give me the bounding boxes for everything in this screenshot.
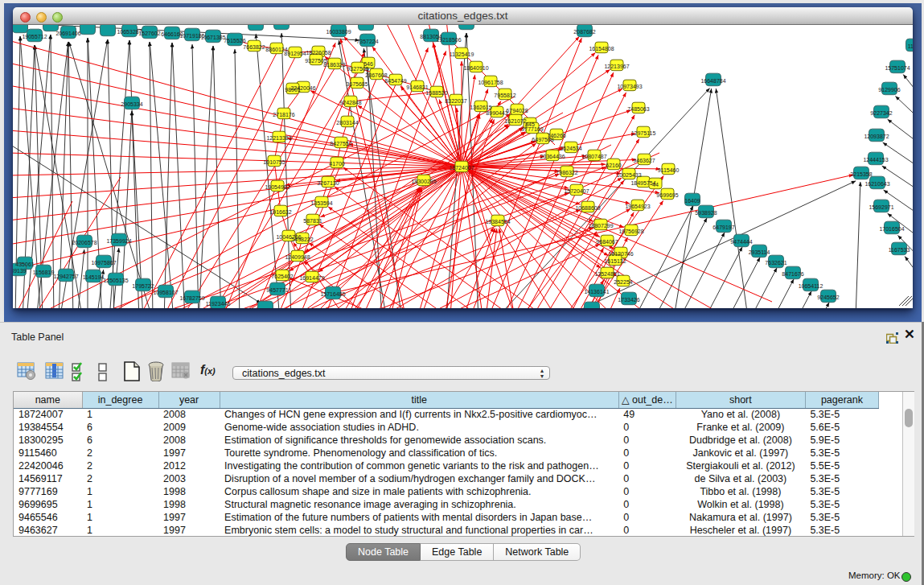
svg-text:5498222: 5498222 [291,237,313,242]
svg-text:15720407: 15720407 [564,188,589,194]
svg-text:12213383: 12213383 [266,135,291,141]
svg-text:435061: 435061 [15,262,34,267]
svg-text:17359924: 17359924 [106,238,131,244]
svg-text:1112: 1112 [908,43,913,49]
svg-text:252254: 252254 [614,279,632,285]
svg-text:10807487: 10807487 [581,154,606,159]
svg-text:12942757: 12942757 [53,274,78,279]
svg-text:1167533: 1167533 [889,247,910,253]
svg-text:10025433: 10025433 [616,172,641,178]
svg-text:16210643: 16210643 [864,181,889,187]
svg-text:11325419: 11325419 [450,51,474,57]
svg-text:15692971: 15692971 [869,204,893,210]
svg-text:9245652: 9245652 [817,295,839,300]
svg-text:9242848: 9242848 [339,100,361,105]
svg-text:16914479: 16914479 [299,275,324,281]
svg-text:12444153: 12444153 [863,157,888,163]
svg-text:12975115: 12975115 [631,130,656,136]
svg-text:9146821: 9146821 [406,84,428,90]
svg-text:44: 44 [652,182,659,187]
svg-text:10688609: 10688609 [575,205,600,211]
svg-text:9115460: 9115460 [658,167,680,173]
svg-text:39139: 39139 [13,268,27,274]
svg-text:8471676: 8471676 [782,271,803,277]
svg-text:15716485: 15716485 [320,291,345,297]
svg-text:16648784: 16648784 [700,78,725,84]
svg-text:12093872: 12093872 [864,134,889,139]
svg-text:9474444: 9474444 [730,239,752,245]
svg-text:1621072: 1621072 [504,118,526,124]
svg-text:19654923: 19654923 [625,204,650,209]
svg-text:17016504: 17016504 [879,226,904,232]
svg-text:7955812: 7955812 [494,93,515,98]
svg-text:12213967: 12213967 [604,64,629,69]
svg-text:1527602: 1527602 [138,31,160,36]
svg-text:12505135: 12505135 [103,278,128,283]
svg-text:6479197: 6479197 [713,225,734,230]
svg-text:19054983: 19054983 [265,184,290,190]
svg-text:587831: 587831 [303,218,322,224]
svg-text:14136141: 14136141 [584,289,609,295]
svg-text:9457771: 9457771 [266,287,288,293]
svg-text:7986322: 7986322 [556,170,577,175]
svg-text:3675685: 3675685 [346,81,368,87]
svg-text:11923446: 11923446 [206,301,231,307]
svg-text:2905334: 2905334 [121,101,142,107]
svg-text:2803144: 2803144 [336,120,358,126]
svg-text:9327505: 9327505 [347,66,368,72]
svg-text:2935114: 2935114 [749,249,770,255]
svg-text:1010755: 1010755 [263,159,285,165]
svg-text:7625402: 7625402 [271,274,293,279]
svg-text:7357224: 7357224 [356,39,378,44]
svg-text:10975867: 10975867 [91,260,116,266]
svg-text:20691406: 20691406 [55,31,80,36]
svg-text:6794028: 6794028 [506,108,528,113]
svg-text:6497568: 6497568 [532,137,553,142]
svg-text:10958107: 10958107 [153,290,178,295]
svg-text:1588520: 1588520 [425,90,447,96]
svg-text:10961758: 10961758 [478,80,503,85]
svg-text:1795722: 1795722 [132,283,154,289]
svg-text:10654112: 10654112 [799,283,823,289]
svg-text:2087682: 2087682 [573,29,595,35]
svg-text:8912954: 8912954 [284,51,306,56]
svg-text:9463627: 9463627 [633,158,655,163]
svg-text:20206578: 20206578 [72,240,97,245]
svg-text:16409: 16409 [684,198,700,204]
svg-text:7515526: 7515526 [224,38,245,43]
svg-text:12409948: 12409948 [285,254,310,260]
svg-text:62160: 62160 [606,163,622,168]
svg-text:9129906: 9129906 [878,87,900,93]
svg-text:10973493: 10973493 [617,84,642,89]
svg-text:18807299: 18807299 [588,223,613,229]
svg-text:1353594: 1353594 [310,200,332,206]
svg-text:1145194: 1145194 [83,274,105,280]
svg-text:18226058: 18226058 [306,50,331,56]
svg-text:19756928: 19756928 [618,229,643,234]
svg-text:9699695: 9699695 [656,192,678,198]
svg-text:3267130: 3267130 [317,180,339,186]
svg-text:98901: 98901 [285,87,301,93]
svg-text:1362615: 1362615 [470,105,491,110]
svg-text:9227342: 9227342 [870,110,892,116]
svg-text:15751074: 15751074 [885,65,910,71]
svg-text:3624534: 3624534 [560,146,581,151]
svg-text:5938928: 5938928 [695,210,717,216]
svg-text:8427552: 8427552 [330,141,351,146]
svg-text:19055712: 19055712 [22,34,47,39]
svg-text:7663822: 7663822 [243,44,265,50]
svg-text:7632621: 7632621 [765,260,786,266]
svg-text:19384554: 19384554 [485,219,510,225]
svg-text:2718176: 2718176 [273,112,294,117]
svg-text:9777169: 9777169 [521,126,543,132]
svg-text:8454749: 8454749 [384,78,406,84]
svg-text:8990443: 8990443 [486,110,507,116]
svg-text:2867608: 2867608 [365,72,387,78]
svg-text:7485063: 7485063 [627,106,649,112]
svg-text:13524851: 13524851 [594,271,619,277]
svg-text:8186323: 8186323 [323,62,345,68]
svg-text:3215358: 3215358 [850,171,872,177]
svg-text:10671385: 10671385 [200,35,225,40]
svg-text:1916632: 1916632 [269,209,291,215]
svg-text:18300295: 18300295 [411,179,436,184]
